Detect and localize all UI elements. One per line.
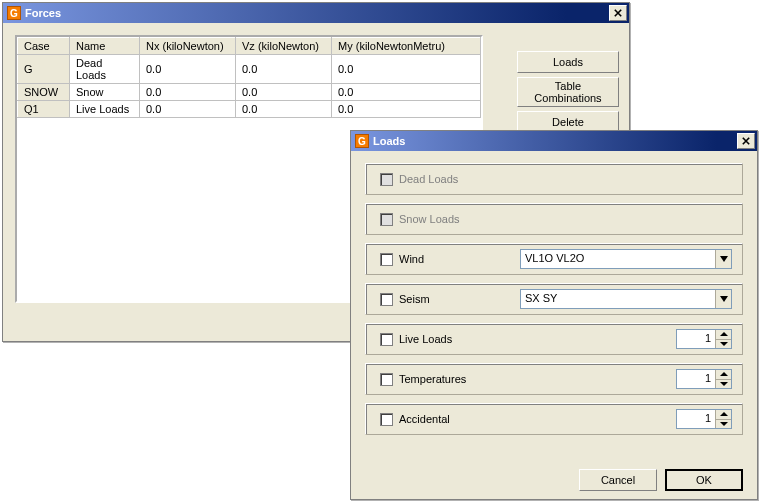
- cell-case[interactable]: G: [18, 55, 70, 84]
- cancel-button[interactable]: Cancel: [579, 469, 657, 491]
- close-icon[interactable]: [737, 133, 755, 149]
- seism-combo[interactable]: SX SY: [520, 289, 732, 309]
- accidental-checkbox[interactable]: [380, 413, 393, 426]
- forces-table[interactable]: Case Name Nx (kiloNewton) Vz (kiloNewton…: [17, 37, 481, 118]
- live-loads-value[interactable]: 1: [677, 330, 715, 348]
- cell-vz[interactable]: 0.0: [236, 101, 332, 118]
- live-loads-spinner[interactable]: 1: [676, 329, 732, 349]
- svg-marker-7: [720, 422, 728, 426]
- wind-label: Wind: [399, 253, 499, 265]
- svg-marker-4: [720, 372, 728, 376]
- spin-down-icon[interactable]: [715, 339, 731, 349]
- cell-my[interactable]: 0.0: [332, 84, 481, 101]
- loads-dialog: G Loads Dead Loads Snow Loads Wind VL1O …: [350, 130, 758, 500]
- cell-nx[interactable]: 0.0: [140, 84, 236, 101]
- temperatures-checkbox[interactable]: [380, 373, 393, 386]
- snow-loads-option: Snow Loads: [365, 203, 743, 235]
- spin-up-icon[interactable]: [715, 370, 731, 379]
- chevron-down-icon[interactable]: [715, 250, 731, 268]
- temperatures-label: Temperatures: [399, 373, 499, 385]
- wind-checkbox[interactable]: [380, 253, 393, 266]
- table-row[interactable]: SNOW Snow 0.0 0.0 0.0: [18, 84, 481, 101]
- accidental-option: Accidental 1: [365, 403, 743, 435]
- col-vz[interactable]: Vz (kiloNewton): [236, 38, 332, 55]
- cell-vz[interactable]: 0.0: [236, 55, 332, 84]
- temperatures-spinner[interactable]: 1: [676, 369, 732, 389]
- accidental-label: Accidental: [399, 413, 499, 425]
- loads-titlebar[interactable]: G Loads: [351, 131, 757, 151]
- col-case[interactable]: Case: [18, 38, 70, 55]
- live-loads-checkbox[interactable]: [380, 333, 393, 346]
- snow-loads-checkbox: [380, 213, 393, 226]
- table-row[interactable]: G Dead Loads 0.0 0.0 0.0: [18, 55, 481, 84]
- svg-marker-6: [720, 412, 728, 416]
- accidental-value[interactable]: 1: [677, 410, 715, 428]
- svg-marker-5: [720, 382, 728, 386]
- spin-up-icon[interactable]: [715, 410, 731, 419]
- cell-nx[interactable]: 0.0: [140, 55, 236, 84]
- dead-loads-option: Dead Loads: [365, 163, 743, 195]
- seism-label: Seism: [399, 293, 499, 305]
- spin-down-icon[interactable]: [715, 379, 731, 389]
- temperatures-value[interactable]: 1: [677, 370, 715, 388]
- forces-side-buttons: Loads Table Combinations Delete: [517, 51, 619, 133]
- live-loads-option: Live Loads 1: [365, 323, 743, 355]
- svg-marker-1: [720, 296, 728, 302]
- app-icon: G: [355, 134, 369, 148]
- svg-marker-2: [720, 332, 728, 336]
- cell-case[interactable]: SNOW: [18, 84, 70, 101]
- seism-checkbox[interactable]: [380, 293, 393, 306]
- cell-name[interactable]: Dead Loads: [70, 55, 140, 84]
- cell-my[interactable]: 0.0: [332, 55, 481, 84]
- dead-loads-checkbox: [380, 173, 393, 186]
- wind-combo[interactable]: VL1O VL2O: [520, 249, 732, 269]
- loads-title: Loads: [373, 135, 405, 147]
- spin-up-icon[interactable]: [715, 330, 731, 339]
- seism-combo-value: SX SY: [521, 290, 715, 308]
- table-combinations-button[interactable]: Table Combinations: [517, 77, 619, 107]
- col-name[interactable]: Name: [70, 38, 140, 55]
- seism-option: Seism SX SY: [365, 283, 743, 315]
- loads-button[interactable]: Loads: [517, 51, 619, 73]
- cell-nx[interactable]: 0.0: [140, 101, 236, 118]
- chevron-down-icon[interactable]: [715, 290, 731, 308]
- cell-name[interactable]: Live Loads: [70, 101, 140, 118]
- forces-titlebar[interactable]: G Forces: [3, 3, 629, 23]
- accidental-spinner[interactable]: 1: [676, 409, 732, 429]
- app-icon: G: [7, 6, 21, 20]
- wind-option: Wind VL1O VL2O: [365, 243, 743, 275]
- close-icon[interactable]: [609, 5, 627, 21]
- ok-button[interactable]: OK: [665, 469, 743, 491]
- snow-loads-label: Snow Loads: [399, 213, 499, 225]
- live-loads-label: Live Loads: [399, 333, 499, 345]
- spin-down-icon[interactable]: [715, 419, 731, 429]
- forces-title: Forces: [25, 7, 61, 19]
- dialog-footer: Cancel OK: [365, 459, 743, 491]
- cell-vz[interactable]: 0.0: [236, 84, 332, 101]
- table-row[interactable]: Q1 Live Loads 0.0 0.0 0.0: [18, 101, 481, 118]
- dead-loads-label: Dead Loads: [399, 173, 499, 185]
- wind-combo-value: VL1O VL2O: [521, 250, 715, 268]
- svg-marker-0: [720, 256, 728, 262]
- col-nx[interactable]: Nx (kiloNewton): [140, 38, 236, 55]
- temperatures-option: Temperatures 1: [365, 363, 743, 395]
- cell-name[interactable]: Snow: [70, 84, 140, 101]
- svg-marker-3: [720, 342, 728, 346]
- col-my[interactable]: My (kiloNewtonMetru): [332, 38, 481, 55]
- cell-case[interactable]: Q1: [18, 101, 70, 118]
- cell-my[interactable]: 0.0: [332, 101, 481, 118]
